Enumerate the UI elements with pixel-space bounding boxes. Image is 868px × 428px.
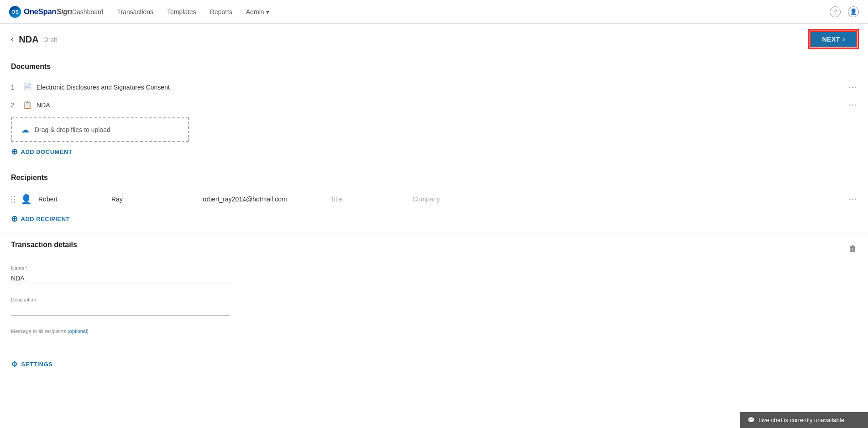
nav-templates[interactable]: Templates xyxy=(167,8,196,16)
next-button[interactable]: NEXT › xyxy=(810,31,857,48)
add-recipient-icon: ⊕ xyxy=(11,214,18,224)
recipient-avatar-1: 👤 xyxy=(21,194,32,205)
drag-drop-text: Drag & drop files to upload xyxy=(35,126,110,133)
back-button[interactable]: ‹ xyxy=(11,35,13,43)
logo-icon: OS xyxy=(9,6,21,18)
help-icon[interactable]: ? xyxy=(830,6,841,17)
name-input[interactable] xyxy=(11,273,230,284)
doc-name-2: NDA xyxy=(37,101,844,109)
upload-icon: ☁ xyxy=(21,125,29,135)
description-input[interactable] xyxy=(11,304,230,316)
main-content: ‹ NDA Draft NEXT › Documents 1 📄 Electro… xyxy=(0,24,868,428)
recipient-more-menu-1[interactable]: ··· xyxy=(849,196,857,203)
description-field: Description xyxy=(11,297,230,316)
doc-name-1: Electronic Disclosures and Signatures Co… xyxy=(37,84,844,91)
name-field: Name* xyxy=(11,265,230,284)
recipients-title: Recipients xyxy=(11,174,857,182)
recipient-company-1: Company xyxy=(413,196,849,203)
settings-icon: ⚙ xyxy=(11,360,18,369)
nav-reports[interactable]: Reports xyxy=(210,8,232,16)
doc-number-1: 1 xyxy=(11,84,18,91)
optional-label: (optional) xyxy=(68,328,89,334)
drag-handle[interactable] xyxy=(11,196,15,203)
nav-transactions[interactable]: Transactions xyxy=(117,8,153,16)
message-label: Message to all recipients (optional) xyxy=(11,328,230,334)
doc-file-icon-2: 📋 xyxy=(23,100,32,109)
add-recipient-label: ADD RECIPIENT xyxy=(21,216,70,222)
add-document-button[interactable]: ⊕ ADD DOCUMENT xyxy=(11,147,857,157)
doc-file-icon-1: 📄 xyxy=(23,83,32,91)
name-label: Name* xyxy=(11,265,230,271)
transaction-details-title: Transaction details xyxy=(11,241,77,249)
add-recipient-button[interactable]: ⊕ ADD RECIPIENT xyxy=(11,214,857,224)
nav-dashboard[interactable]: Dashboard xyxy=(72,8,104,16)
transaction-details-section: Transaction details 🗑 Name* Description … xyxy=(0,233,868,382)
drag-drop-area[interactable]: ☁ Drag & drop files to upload xyxy=(11,117,189,142)
recipient-email-1: robert_ray2014@hotmail.com xyxy=(203,196,330,203)
document-item-1: 1 📄 Electronic Disclosures and Signature… xyxy=(11,78,857,96)
doc-number-2: 2 xyxy=(11,101,18,109)
nav-right-icons: ? 👤 xyxy=(830,6,859,17)
live-chat-icon: 💬 xyxy=(748,417,755,423)
settings-label: SETTINGS xyxy=(21,361,53,368)
add-document-label: ADD DOCUMENT xyxy=(21,148,73,155)
documents-section: Documents 1 📄 Electronic Disclosures and… xyxy=(0,55,868,166)
recipient-first-name-1: Robert xyxy=(38,196,111,203)
settings-link[interactable]: ⚙ SETTINGS xyxy=(11,360,857,369)
nav-admin[interactable]: Admin ▾ xyxy=(246,8,269,16)
live-chat-bar[interactable]: 💬 Live chat is currently unavailable xyxy=(740,412,868,428)
transaction-header: Transaction details 🗑 xyxy=(11,241,857,256)
document-item-2: 2 📋 NDA ··· xyxy=(11,96,857,114)
message-input[interactable] xyxy=(11,336,230,347)
recipient-row-1: 👤 Robert Ray robert_ray2014@hotmail.com … xyxy=(11,189,857,209)
documents-title: Documents xyxy=(11,63,857,71)
sub-header-left: ‹ NDA Draft xyxy=(11,34,57,45)
doc-more-menu-2[interactable]: ··· xyxy=(849,101,857,109)
page-title: NDA xyxy=(19,34,38,45)
recipient-last-name-1: Ray xyxy=(111,196,203,203)
doc-more-menu-1[interactable]: ··· xyxy=(849,84,857,91)
live-chat-text: Live chat is currently unavailable xyxy=(758,417,844,423)
logo-wordmark: OneSpanSign xyxy=(24,7,72,16)
status-badge: Draft xyxy=(44,36,57,43)
recipients-section: Recipients 👤 Robert Ray robert_ray2014@h… xyxy=(0,166,868,233)
top-navigation: OS OneSpanSign Dashboard Transactions Te… xyxy=(0,0,868,24)
sub-header: ‹ NDA Draft NEXT › xyxy=(0,24,868,55)
description-label: Description xyxy=(11,297,230,302)
add-document-icon: ⊕ xyxy=(11,147,18,157)
user-icon[interactable]: 👤 xyxy=(848,6,859,17)
nav-links: Dashboard Transactions Templates Reports… xyxy=(72,8,830,16)
delete-icon[interactable]: 🗑 xyxy=(849,244,857,254)
message-field: Message to all recipients (optional) xyxy=(11,328,230,347)
recipient-title-1: Title xyxy=(330,196,413,203)
logo: OS OneSpanSign xyxy=(9,6,72,18)
